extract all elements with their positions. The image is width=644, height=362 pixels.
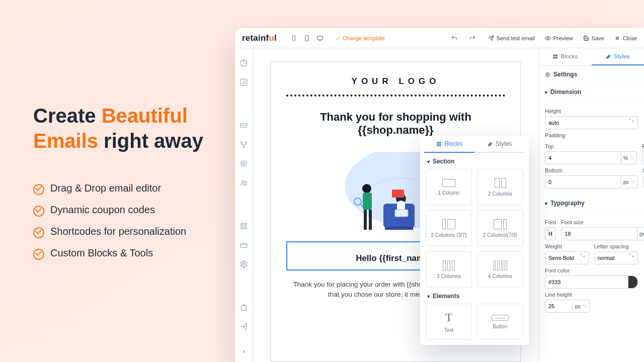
weight-select[interactable]: Semi-Bold xyxy=(545,251,589,264)
svg-rect-26 xyxy=(363,193,372,210)
text-lbl: Text xyxy=(444,327,453,333)
promo-headline: Create Beautiful Emails right away xyxy=(33,103,234,153)
block-button[interactable]: Button xyxy=(477,304,523,340)
block-2col-73[interactable]: 2 Columns(7/3) xyxy=(477,210,523,246)
svg-rect-18 xyxy=(240,243,247,247)
promo-bullet: Drag & Drop email editor xyxy=(33,177,234,199)
section-header[interactable]: Section xyxy=(424,153,525,169)
block-text[interactable]: TText xyxy=(426,304,472,340)
preview-button[interactable]: Preview xyxy=(545,35,573,41)
email-logo[interactable]: YOUR LOGO xyxy=(286,76,505,86)
change-template-label: Change template xyxy=(343,35,385,41)
promo-bullet: Dynamic coupon codes xyxy=(33,199,234,221)
fontsize-label: Font size xyxy=(561,219,644,225)
typography-label: Typography xyxy=(550,200,585,207)
block-3col[interactable]: 3 Columns xyxy=(426,251,472,288)
svg-rect-16 xyxy=(241,226,243,228)
inspector-panel: Blocks Styles Settings Dimension Height … xyxy=(538,48,644,362)
fontsize-unit[interactable]: px xyxy=(637,227,644,240)
svg-rect-6 xyxy=(240,123,247,128)
padding-label: Padding xyxy=(545,132,638,138)
button-lbl: Button xyxy=(493,324,508,329)
promo-t2: right away xyxy=(98,130,203,152)
promo-bullet: Custom Blocks & Tools xyxy=(33,242,234,264)
lineheight-label: Line height xyxy=(545,292,638,298)
popover-tab-styles[interactable]: Styles xyxy=(474,136,525,153)
settings-header[interactable]: Settings xyxy=(539,65,644,83)
change-template-button[interactable]: Change template xyxy=(335,35,385,41)
svg-point-29 xyxy=(354,198,361,205)
height-select[interactable]: auto xyxy=(545,116,638,129)
pad-top-input[interactable] xyxy=(545,151,621,164)
block-4col[interactable]: 4 Columns xyxy=(477,251,523,288)
col4-lbl: 4 Columns xyxy=(488,274,512,279)
pad-right-input[interactable] xyxy=(642,151,644,164)
svg-point-10 xyxy=(241,160,247,166)
collapse-button[interactable]: › xyxy=(243,347,245,355)
col37-lbl: 2 Columns (3/7) xyxy=(431,232,466,238)
settings-label: Settings xyxy=(553,71,577,78)
apps-icon[interactable] xyxy=(239,221,249,230)
promo-panel: Create Beautiful Emails right away Drag … xyxy=(33,103,234,264)
letter-select[interactable]: normal xyxy=(594,251,638,264)
close-button[interactable]: Close xyxy=(614,35,637,41)
block-1col[interactable]: 1 Column xyxy=(426,169,472,205)
redo-icon[interactable] xyxy=(467,33,478,44)
svg-rect-50 xyxy=(439,144,441,146)
lineheight-unit[interactable]: px xyxy=(573,300,590,313)
email-headline[interactable]: Thank you for shopping with {{shop.name}… xyxy=(286,111,505,137)
mobile-view-icon[interactable] xyxy=(288,32,300,44)
svg-rect-43 xyxy=(555,54,557,56)
col1-lbl: 1 Column xyxy=(438,190,460,196)
chart-icon[interactable] xyxy=(239,77,249,86)
svg-point-46 xyxy=(547,74,548,75)
target-icon[interactable] xyxy=(239,159,249,168)
undo-icon[interactable] xyxy=(449,33,460,44)
block-2col[interactable]: 2 Columns xyxy=(477,169,523,205)
settings-icon[interactable] xyxy=(239,259,249,268)
fontcolor-input[interactable] xyxy=(545,276,628,289)
promo-list: Drag & Drop email editor Dynamic coupon … xyxy=(33,177,234,264)
pad-bottom-label: Bottom xyxy=(545,167,638,173)
svg-point-8 xyxy=(245,141,247,143)
card-icon[interactable] xyxy=(239,240,249,249)
svg-rect-0 xyxy=(293,35,295,41)
pie-icon[interactable] xyxy=(239,58,249,67)
svg-rect-48 xyxy=(439,142,441,144)
users-icon[interactable] xyxy=(239,178,249,187)
block-2col-37[interactable]: 2 Columns (3/7) xyxy=(426,210,472,246)
svg-point-11 xyxy=(243,162,245,164)
mail-icon[interactable] xyxy=(239,121,249,130)
svg-rect-45 xyxy=(555,56,557,58)
svg-rect-21 xyxy=(385,227,413,230)
font-select[interactable]: Helvetica xyxy=(545,227,556,240)
svg-rect-24 xyxy=(392,190,404,198)
tab-blocks[interactable]: Blocks xyxy=(539,48,592,65)
tab-styles[interactable]: Styles xyxy=(592,48,645,65)
fontcolor-swatch[interactable] xyxy=(628,276,638,289)
typography-header[interactable]: Typography xyxy=(539,195,644,212)
brand-pre: retainf xyxy=(242,33,269,43)
promo-t1: Create xyxy=(33,105,102,127)
col3-lbl: 3 Columns xyxy=(437,274,461,279)
flow-icon[interactable] xyxy=(239,140,249,149)
blocks-popover[interactable]: Blocks Styles Section 1 Column 2 Columns… xyxy=(420,136,529,345)
popover-tab-blocks[interactable]: Blocks xyxy=(424,136,474,153)
pop-blocks-lbl: Blocks xyxy=(444,140,462,147)
pad-bottom-unit[interactable]: px xyxy=(621,175,638,189)
desktop-view-icon[interactable] xyxy=(314,32,326,44)
fontsize-input[interactable] xyxy=(561,227,637,240)
pad-top-unit[interactable]: % xyxy=(621,151,637,164)
send-test-button[interactable]: Send test email xyxy=(488,35,535,41)
bag-icon[interactable] xyxy=(239,303,249,312)
pad-bottom-input[interactable] xyxy=(545,175,621,189)
svg-point-19 xyxy=(243,263,245,265)
dimension-header[interactable]: Dimension xyxy=(539,83,644,101)
logout-icon[interactable] xyxy=(239,322,249,331)
save-button[interactable]: Save xyxy=(583,35,604,41)
svg-rect-2 xyxy=(317,36,323,39)
tablet-view-icon[interactable] xyxy=(301,32,313,44)
elements-header[interactable]: Elements xyxy=(424,288,525,304)
weight-label: Weight xyxy=(545,243,589,249)
lineheight-input[interactable] xyxy=(545,300,573,313)
